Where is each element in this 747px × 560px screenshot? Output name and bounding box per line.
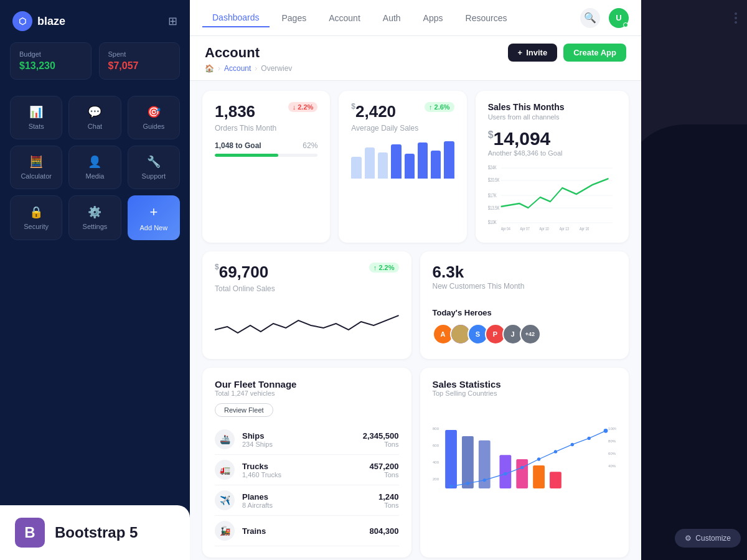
sidebar: ⬡ blaze ⊞ Budget $13,230 Spent $7,057 📊 … (0, 0, 190, 560)
budget-section: Budget $13,230 Spent $7,057 (0, 42, 190, 90)
page-title-row: Account + Invite Create App (205, 44, 626, 62)
progress-label: 1,048 to Goal (215, 141, 261, 150)
create-app-button[interactable]: Create App (563, 44, 626, 62)
menu-icon[interactable]: ⊞ (168, 14, 177, 28)
invite-button[interactable]: + Invite (508, 44, 558, 62)
topnav-right: 🔍 U (580, 8, 629, 28)
sidebar-item-security[interactable]: 🔒 Security (10, 195, 62, 240)
sidebar-item-add-new[interactable]: + Add New (128, 195, 180, 240)
trucks-info: Trucks 1,460 Trucks (242, 462, 362, 478)
spent-label: Spent (108, 50, 171, 58)
sidebar-item-chat[interactable]: 💬 Chat (68, 96, 121, 139)
planes-icon: ✈️ (215, 490, 235, 510)
bootstrap-text: Bootstrap 5 (55, 524, 138, 541)
page-actions: + Invite Create App (508, 44, 626, 62)
svg-rect-19 (445, 430, 457, 488)
bar-6 (418, 142, 428, 179)
breadcrumb-current: Overwiev (261, 64, 292, 73)
ships-unit: Tons (363, 441, 399, 448)
settings-label: Settings (83, 223, 108, 230)
calculator-icon: 🧮 (29, 155, 43, 169)
svg-rect-22 (499, 455, 511, 488)
calculator-label: Calculator (21, 172, 52, 180)
svg-point-27 (466, 482, 469, 485)
heroes-avatars: A S P J +42 (433, 324, 617, 345)
svg-text:$13.5K: $13.5K (488, 205, 499, 212)
sidebar-item-guides[interactable]: 🎯 Guides (128, 96, 180, 139)
svg-text:200: 200 (433, 477, 439, 481)
customers-heroes-card: 6.3k New Customers This Month Today's He… (420, 251, 629, 359)
sales-big-value: $14,094 (488, 128, 616, 149)
svg-point-29 (504, 472, 507, 475)
breadcrumb-home-icon: 🏠 (205, 64, 214, 73)
svg-point-26 (449, 485, 452, 488)
svg-text:$10K: $10K (488, 219, 497, 226)
user-avatar[interactable]: U (609, 8, 629, 28)
sidebar-item-settings[interactable]: ⚙️ Settings (68, 195, 121, 240)
progress-fill (215, 154, 278, 157)
budget-value: $13,230 (19, 60, 82, 72)
planes-count: 8 Aircrafts (242, 502, 371, 509)
nav-pages[interactable]: Pages (272, 9, 317, 27)
planes-num: 1,240 (378, 492, 399, 502)
svg-text:Apr 07: Apr 07 (520, 226, 529, 231)
nav-dashboards[interactable]: Dashboards (202, 9, 270, 27)
search-button[interactable]: 🔍 (580, 8, 600, 28)
planes-unit: Tons (378, 502, 399, 509)
svg-point-33 (570, 443, 573, 446)
svg-rect-24 (533, 465, 545, 488)
trucks-icon: 🚛 (215, 460, 235, 480)
progress-bar (215, 154, 317, 157)
sales-sub-text: Another $48,346 to Goal (488, 149, 616, 157)
breadcrumb-account[interactable]: Account (224, 64, 251, 73)
page-header: Account + Invite Create App 🏠 › Account … (190, 36, 641, 81)
customize-button[interactable]: ⚙ Customize (675, 529, 741, 548)
sidebar-item-calculator[interactable]: 🧮 Calculator (10, 146, 62, 189)
bar-3 (378, 152, 388, 179)
review-fleet-button[interactable]: Review Fleet (215, 403, 273, 417)
planes-name: Planes (242, 492, 371, 502)
main-content: Dashboards Pages Account Auth Apps Resou… (190, 0, 641, 560)
security-label: Security (24, 223, 49, 230)
nav-apps[interactable]: Apps (413, 9, 453, 27)
dashboard-content: 1,836 ↓ 2.2% Orders This Month 1,048 to … (190, 81, 641, 560)
svg-text:Apr 10: Apr 10 (539, 226, 548, 231)
heroes-title: Today's Heroes (433, 308, 617, 317)
bar-1 (351, 157, 361, 179)
trucks-value: 457,200 Tons (370, 462, 399, 478)
svg-point-30 (520, 466, 524, 469)
sidebar-item-support[interactable]: 🔧 Support (128, 146, 180, 189)
sidebar-header: ⬡ blaze ⊞ (0, 0, 190, 42)
trucks-unit: Tons (370, 471, 399, 478)
nav-resources[interactable]: Resources (456, 9, 517, 27)
media-icon: 👤 (88, 155, 101, 169)
budget-label: Budget (19, 50, 82, 58)
svg-rect-23 (516, 459, 528, 488)
fleet-card: Our Fleet Tonnage Total 1,247 vehicles R… (202, 368, 411, 558)
topnav-links: Dashboards Pages Account Auth Apps Resou… (202, 9, 517, 27)
media-label: Media (86, 172, 105, 180)
online-sales-value: $69,700 (215, 263, 268, 282)
ships-count: 234 Ships (242, 441, 355, 448)
svg-point-32 (553, 450, 557, 453)
svg-text:60%: 60% (608, 452, 616, 455)
ships-name: Ships (242, 431, 355, 441)
nav-auth[interactable]: Auth (373, 9, 411, 27)
sidebar-item-media[interactable]: 👤 Media (68, 146, 121, 189)
nav-account[interactable]: Account (319, 9, 370, 27)
mini-bar-chart (351, 141, 454, 179)
sidebar-item-stats[interactable]: 📊 Stats (10, 96, 62, 139)
security-icon: 🔒 (29, 205, 43, 219)
progress-pct: 62% (303, 141, 317, 150)
ships-info: Ships 234 Ships (242, 431, 355, 448)
ships-value: 2,345,500 Tons (363, 431, 399, 448)
orders-value: 1,836 (215, 102, 255, 121)
add-icon: + (149, 204, 157, 220)
bar-2 (365, 147, 375, 179)
trains-name: Trains (242, 526, 362, 536)
third-row: Our Fleet Tonnage Total 1,247 vehicles R… (202, 368, 629, 558)
ships-icon: 🚢 (215, 429, 235, 449)
svg-point-31 (537, 457, 540, 460)
sales-stats-chart: 800 600 400 200 (433, 403, 617, 515)
svg-text:100%: 100% (608, 427, 616, 431)
